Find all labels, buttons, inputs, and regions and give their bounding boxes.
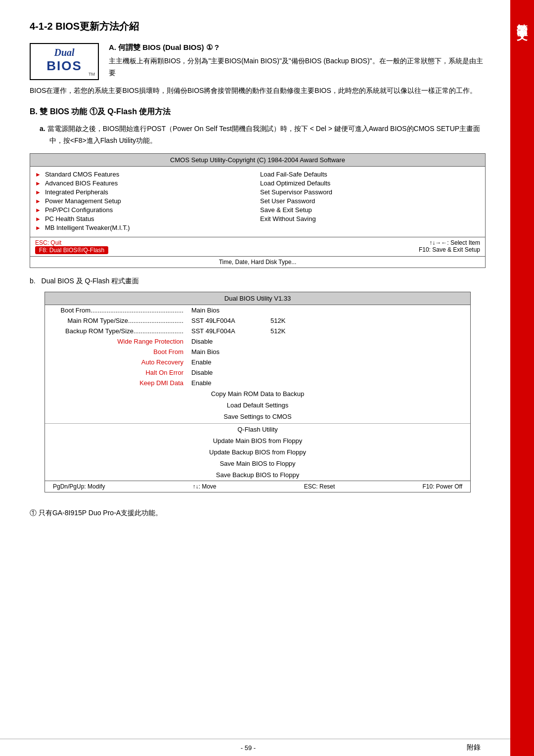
util-row-halt-on-error: Halt On Error Disable — [45, 367, 470, 378]
part-b-title: B. 雙 BIOS 功能 ①及 Q-Flash 使用方法 — [30, 107, 486, 117]
util-row-keep-dmi: Keep DMI Data Enable — [45, 378, 470, 388]
list-item-a-text: a.當電源開啟之後，BIOS開始進行POST（Power On Self Tes… — [40, 123, 486, 147]
logo-bios-text: BIOS — [46, 58, 82, 74]
util-label-backup-rom: Backup ROM Type/Size....................… — [53, 327, 191, 335]
cmos-left-label-2: Advanced BIOS Features — [45, 179, 118, 187]
cmos-left-item-5: ► PnP/PCI Configurations — [35, 206, 255, 214]
util-extra-main-rom: 512K — [270, 317, 462, 324]
part-a-text2: BIOS在運作，若您的系統主要BIOS損壞時，則備份BIOS將會接管開機的動作並… — [30, 85, 486, 97]
cmos-right-item-3: Set Supervisor Password — [260, 188, 480, 196]
util-row-boot-from: Boot From Main Bios — [45, 347, 470, 357]
cmos-esc: ESC: Quit — [35, 239, 253, 246]
arrow-icon-4: ► — [35, 198, 41, 205]
util-label-boot-from: Boot From — [53, 348, 191, 356]
cmos-box: CMOS Setup Utility-Copyright (C) 1984-20… — [30, 153, 486, 268]
util-label-main-rom: Main ROM Type/Size......................… — [53, 317, 191, 324]
util-value-boot-from: Main Bios — [191, 348, 270, 356]
cmos-bottom-bar: Time, Date, Hard Disk Type... — [30, 256, 485, 267]
item-a-label: a. — [40, 125, 45, 133]
util-center-save-cmos: Save Settings to CMOS — [45, 411, 470, 422]
util-footer-col3: ESC: Reset — [304, 483, 335, 490]
cmos-footer: ESC: Quit F8: Dual BIOS®/Q-Flash ↑↓→←: S… — [30, 237, 485, 256]
list-item-a: a.當電源開啟之後，BIOS開始進行POST（Power On Self Tes… — [30, 123, 486, 147]
section-title: 4-1-2 BIOS更新方法介紹 — [30, 20, 486, 33]
util-qflash-update-backup: Update Backup BIOS from Floppy — [45, 446, 470, 458]
cmos-right-item-4: Set User Password — [260, 197, 480, 205]
util-value-backup-rom: SST 49LF004A — [191, 327, 270, 335]
util-qflash-save-main: Save Main BIOS to Floppy — [45, 458, 470, 469]
intro-text: A. 何謂雙 BIOS (Dual BIOS) ① ? 主主機板上有兩顆BIOS… — [109, 43, 486, 79]
cmos-left-item-3: ► Integrated Peripherals — [35, 188, 255, 196]
cmos-f8: F8: Dual BIOS®/Q-Flash — [35, 246, 253, 254]
utility-title: Dual BIOS Utility V1.33 — [45, 292, 470, 305]
util-qflash-update-main: Update Main BIOS from Floppy — [45, 435, 470, 446]
note-section: ① 只有GA-8I915P Duo Pro-A支援此功能。 — [30, 507, 486, 519]
utility-footer: PgDn/PgUp: Modify ↑↓: Move ESC: Reset F1… — [45, 481, 470, 492]
cmos-left-item-1: ► Standard CMOS Features — [35, 171, 255, 178]
util-value-wide-range: Disable — [191, 338, 270, 345]
cmos-left-item-2: ► Advanced BIOS Features — [35, 179, 255, 187]
cmos-right-item-2: Load Optimized Defaults — [260, 179, 480, 187]
item-b-label: b. — [30, 277, 36, 285]
logo-dual-text: Dual — [54, 47, 74, 58]
cmos-left-label-4: Power Management Setup — [45, 197, 121, 205]
arrow-icon-5: ► — [35, 207, 41, 214]
util-row-boot: Boot From...............................… — [45, 305, 470, 315]
part-a-title: A. 何謂雙 BIOS (Dual BIOS) ① ? — [109, 43, 486, 52]
cmos-select: ↑↓→←: Select Item — [263, 239, 480, 246]
util-footer-col2: ↑↓: Move — [193, 483, 217, 490]
cmos-left-item-6: ► PC Health Status — [35, 215, 255, 222]
arrow-icon-2: ► — [35, 180, 41, 187]
dual-bios-logo: Dual BIOS TM — [30, 43, 99, 80]
part-a-intro: Dual BIOS TM A. 何謂雙 BIOS (Dual BIOS) ① ?… — [30, 43, 486, 80]
cmos-left-item-7: ► MB Intelligent Tweaker(M.I.T.) — [35, 224, 255, 231]
cmos-body: ► Standard CMOS Features ► Advanced BIOS… — [30, 167, 485, 237]
list-item-b: b. Dual BIOS 及 Q-Flash 程式畫面 — [30, 277, 486, 286]
arrow-icon-7: ► — [35, 224, 41, 231]
note-symbol: ① — [30, 509, 39, 517]
util-value-keep-dmi: Enable — [191, 379, 270, 387]
page-number: - 59 - — [30, 744, 467, 752]
arrow-icon-6: ► — [35, 216, 41, 222]
utility-box: Dual BIOS Utility V1.33 Boot From.......… — [44, 292, 471, 492]
side-tab-text: 繁體中文 — [516, 15, 529, 23]
cmos-left-panel: ► Standard CMOS Features ► Advanced BIOS… — [35, 171, 255, 233]
cmos-footer-right: ↑↓→←: Select Item F10: Save & Exit Setup — [263, 239, 480, 254]
cmos-right-item-1: Load Fail-Safe Defaults — [260, 171, 480, 178]
util-qflash-save-backup: Save Backup BIOS to Floppy — [45, 469, 470, 481]
arrow-icon-3: ► — [35, 189, 41, 196]
util-value-halt-on-error: Disable — [191, 369, 270, 376]
main-content: 4-1-2 BIOS更新方法介紹 Dual BIOS TM A. 何謂雙 BIO… — [0, 0, 510, 539]
util-value-boot: Main Bios — [191, 307, 270, 314]
util-label-boot: Boot From...............................… — [53, 307, 191, 314]
appendix-label: 附錄 — [467, 743, 481, 752]
item-b-text: Dual BIOS 及 Q-Flash 程式畫面 — [42, 277, 139, 285]
cmos-right-item-6: Exit Without Saving — [260, 215, 480, 222]
util-row-wide-range: Wide Range Protection Disable — [45, 336, 470, 347]
cmos-footer-left: ESC: Quit F8: Dual BIOS®/Q-Flash — [35, 239, 253, 254]
util-footer-col4: F10: Power Off — [422, 483, 462, 490]
logo-tm-text: TM — [89, 72, 95, 77]
util-row-backup-rom: Backup ROM Type/Size....................… — [45, 326, 470, 336]
cmos-left-label-7: MB Intelligent Tweaker(M.I.T.) — [45, 224, 130, 231]
cmos-save: F10: Save & Exit Setup — [263, 246, 480, 253]
cmos-left-label-1: Standard CMOS Features — [45, 171, 119, 178]
util-label-auto-recovery: Auto Recovery — [53, 358, 191, 366]
note-text: 只有GA-8I915P Duo Pro-A支援此功能。 — [39, 509, 162, 517]
bottom-bar: - 59 - 附錄 — [0, 739, 510, 756]
side-tab: 繁體中文 — [510, 0, 534, 756]
util-label-halt-on-error: Halt On Error — [53, 369, 191, 376]
util-qflash-title: Q-Flash Utility — [45, 423, 470, 435]
util-footer-col1: PgDn/PgUp: Modify — [53, 483, 105, 490]
part-a-text1: 主主機板上有兩顆BIOS，分別為"主要BIOS(Main BIOS)"及"備份B… — [109, 55, 486, 79]
utility-body: Boot From...............................… — [45, 305, 470, 481]
util-value-main-rom: SST 49LF004A — [191, 317, 270, 324]
util-row-main-rom: Main ROM Type/Size......................… — [45, 315, 470, 326]
util-center-load: Load Default Settings — [45, 400, 470, 411]
cmos-left-label-3: Integrated Peripherals — [45, 188, 108, 196]
util-center-copy: Copy Main ROM Data to Backup — [45, 388, 470, 400]
arrow-icon-1: ► — [35, 171, 41, 178]
cmos-right-item-5: Save & Exit Setup — [260, 206, 480, 214]
cmos-left-label-6: PC Health Status — [45, 215, 94, 222]
util-row-auto-recovery: Auto Recovery Enable — [45, 357, 470, 367]
